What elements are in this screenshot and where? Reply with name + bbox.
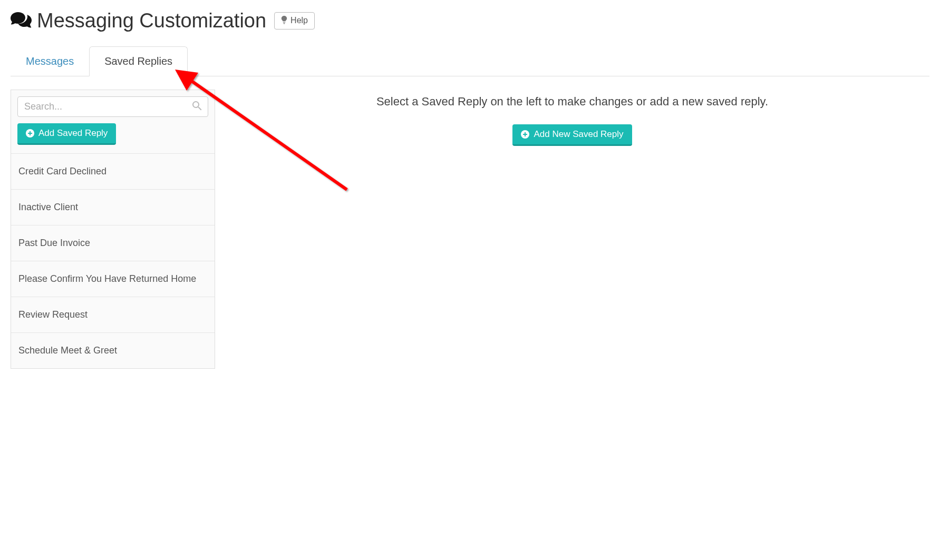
plus-circle-icon (521, 130, 529, 139)
list-item[interactable]: Credit Card Declined (11, 153, 215, 189)
lightbulb-icon (281, 16, 287, 26)
tab-messages[interactable]: Messages (11, 46, 89, 76)
list-item[interactable]: Inactive Client (11, 189, 215, 225)
list-item[interactable]: Past Due Invoice (11, 225, 215, 261)
add-saved-reply-button[interactable]: Add Saved Reply (17, 123, 116, 145)
page-title: Messaging Customization (37, 11, 266, 31)
comments-icon (11, 11, 32, 31)
plus-circle-icon (26, 129, 34, 137)
help-button[interactable]: Help (274, 12, 315, 30)
sidebar: Add Saved Reply Credit Card Declined Ina… (11, 90, 215, 369)
page-header: Messaging Customization Help (11, 11, 929, 31)
main-panel: Select a Saved Reply on the left to make… (215, 90, 929, 369)
svg-rect-5 (523, 134, 527, 135)
list-item[interactable]: Review Request (11, 297, 215, 332)
instruction-text: Select a Saved Reply on the left to make… (236, 95, 908, 109)
content-area: Add Saved Reply Credit Card Declined Ina… (11, 90, 929, 369)
search-box (17, 96, 208, 117)
add-new-saved-reply-label: Add New Saved Reply (534, 129, 623, 140)
add-button-wrap: Add Saved Reply (11, 123, 215, 153)
search-wrap (11, 90, 215, 123)
add-saved-reply-label: Add Saved Reply (38, 128, 108, 139)
tab-saved-replies[interactable]: Saved Replies (89, 46, 188, 76)
list-item[interactable]: Please Confirm You Have Returned Home (11, 261, 215, 297)
svg-rect-2 (28, 133, 32, 134)
search-input[interactable] (17, 96, 208, 117)
add-new-saved-reply-button[interactable]: Add New Saved Reply (512, 124, 632, 146)
list-item[interactable]: Schedule Meet & Greet (11, 332, 215, 368)
tab-bar: Messages Saved Replies (11, 46, 929, 76)
help-button-label: Help (290, 16, 308, 25)
